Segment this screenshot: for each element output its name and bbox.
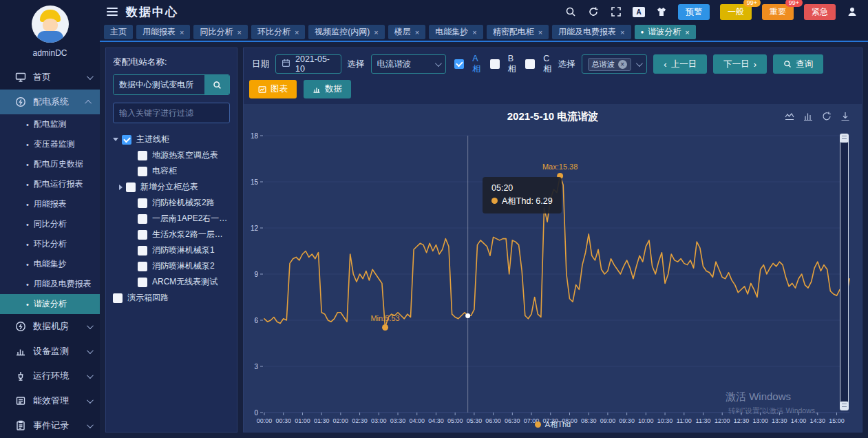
sidebar-item-meter-reading[interactable]: 电能集抄: [0, 254, 100, 274]
tree-checkbox[interactable]: [138, 151, 147, 160]
sidebar-item-energy-efficiency[interactable]: 能效管理: [0, 388, 100, 413]
clipboard-icon: [15, 420, 26, 431]
sidebar-item-mom-analysis[interactable]: 环比分析: [0, 234, 100, 254]
tab-harmonic-analysis[interactable]: ●谐波分析×: [635, 25, 696, 39]
tab-precision-cabinet[interactable]: 精密配电柜×: [487, 25, 549, 39]
tab-close-icon[interactable]: ×: [685, 28, 689, 36]
tab-close-icon[interactable]: ×: [180, 28, 184, 36]
sidebar-item-harmonic-analysis[interactable]: 谐波分析: [0, 294, 100, 314]
next-day-button[interactable]: 下一日›: [713, 54, 767, 74]
tab-close-icon[interactable]: ×: [237, 28, 241, 36]
tree-checkbox[interactable]: [138, 167, 147, 176]
tree-checkbox[interactable]: [138, 230, 147, 240]
tree-node-demo-box-circuit[interactable]: 演示箱回路: [113, 290, 230, 306]
sidebar-item-event-log[interactable]: 事件记录: [0, 413, 100, 438]
data-view-button[interactable]: 数据: [304, 80, 351, 98]
menu-collapse-icon[interactable]: [107, 8, 118, 16]
search-icon[interactable]: [564, 6, 577, 18]
tab-home[interactable]: 主页: [104, 25, 133, 39]
tab-video-monitoring[interactable]: 视频监控(内网)×: [308, 25, 384, 39]
search-icon: [213, 81, 222, 90]
alarm-critical-button[interactable]: 紧急: [804, 4, 836, 20]
tab-meter-reading[interactable]: 电能集抄×: [429, 25, 483, 39]
tree-node-ground-source-pump[interactable]: 地源热泵空调总表: [113, 147, 230, 163]
tree-node-fire-hydrant-pump-2[interactable]: 消防栓机械泵2路: [113, 195, 230, 211]
chevron-down-icon: [87, 372, 94, 379]
date-picker[interactable]: 2021-05-10: [275, 54, 341, 74]
chart-view-button[interactable]: 图表: [249, 80, 297, 98]
alarm-general-button[interactable]: 一般99+: [720, 4, 752, 20]
chart-legend[interactable]: A相Thd: [244, 419, 862, 430]
tree-filter-input[interactable]: [113, 103, 230, 123]
alarm-warning-button[interactable]: 预警: [678, 4, 710, 20]
sidebar-item-operating-environment[interactable]: 运行环境: [0, 364, 100, 388]
scrollbar-handle-top[interactable]: [840, 134, 849, 143]
refresh-icon[interactable]: [587, 6, 600, 18]
theme-shirt-icon[interactable]: [655, 6, 668, 18]
phase-a-checkbox[interactable]: A相: [454, 54, 481, 75]
tab-close-icon[interactable]: ×: [295, 28, 299, 36]
station-search-button[interactable]: [204, 75, 229, 94]
tab-close-icon[interactable]: ×: [472, 28, 476, 36]
scrollbar-handle-bottom[interactable]: [840, 402, 849, 410]
tree-node-spray-pump-1[interactable]: 消防喷淋机械泵1: [113, 242, 230, 258]
toolbox-download-icon[interactable]: [840, 111, 851, 122]
tree-expand-icon[interactable]: [113, 138, 118, 141]
user-icon[interactable]: [846, 6, 858, 18]
tag-remove-icon[interactable]: ×: [618, 60, 627, 69]
tree-checkbox[interactable]: [138, 214, 147, 224]
tab-floor[interactable]: 楼层×: [388, 25, 425, 39]
phase-c-checkbox[interactable]: C相: [525, 54, 552, 75]
sidebar-item-energy-fee-report[interactable]: 用能及电费报表: [0, 274, 100, 294]
sidebar-item-yoy-analysis[interactable]: 同比分析: [0, 214, 100, 234]
sidebar-item-device-monitoring[interactable]: 设备监测: [0, 339, 100, 364]
font-size-icon[interactable]: A: [633, 7, 645, 17]
sidebar-item-transformer-monitoring[interactable]: 变压器监测: [0, 134, 100, 154]
tree-node-water-pump-2[interactable]: 生活水泵2路一层弱电房: [113, 227, 230, 242]
tree-node-arcm-wireless-test[interactable]: ARCM无线表测试: [113, 274, 230, 290]
toolbox-line-chart-icon[interactable]: [784, 111, 795, 122]
tab-energy-fee-report[interactable]: 用能及电费报表×: [552, 25, 631, 39]
station-name-input[interactable]: 数据中心测试变电所: [114, 75, 204, 94]
tree-checkbox[interactable]: [122, 135, 131, 145]
vertical-scrollbar[interactable]: [840, 134, 849, 410]
tree-node-new-sub-cabinet[interactable]: 新增分立柜总表: [113, 179, 230, 195]
alarm-important-button[interactable]: 重要99+: [762, 4, 794, 20]
tree-node-1f-south-ape2[interactable]: 一层南1APE2右一层北1APE1左: [113, 211, 230, 227]
tree-expand-icon[interactable]: [119, 185, 123, 190]
tree-node-capacitor-cabinet[interactable]: 电容柜: [113, 163, 230, 179]
tab-close-icon[interactable]: ×: [620, 28, 624, 36]
tree-node-spray-pump-2[interactable]: 消防喷淋机械泵2: [113, 258, 230, 274]
user-avatar[interactable]: [32, 6, 69, 43]
sidebar-item-data-room[interactable]: 数据机房: [0, 314, 100, 339]
tree-checkbox[interactable]: [126, 182, 136, 192]
tree-node-main-incoming-cabinet[interactable]: 主进线柜: [113, 132, 230, 147]
tab-close-icon[interactable]: ×: [415, 28, 419, 36]
harmonic-order-multiselect[interactable]: 总谐波×: [582, 54, 648, 74]
phase-b-checkbox[interactable]: B相: [490, 54, 517, 75]
fullscreen-icon[interactable]: [610, 6, 622, 18]
toolbox-bar-chart-icon[interactable]: [803, 111, 814, 122]
sidebar-item-energy-report[interactable]: 用能报表: [0, 194, 100, 214]
harmonics-chart[interactable]: 036912151800:0000:3001:0001:3002:0002:30…: [244, 125, 863, 425]
tree-checkbox[interactable]: [138, 278, 147, 287]
sidebar-item-distribution-report[interactable]: 配电运行报表: [0, 174, 100, 194]
previous-day-button[interactable]: ‹上一日: [653, 54, 707, 74]
svg-text:12: 12: [251, 225, 259, 232]
sidebar-item-home[interactable]: 首页: [0, 65, 100, 90]
tab-close-icon[interactable]: ×: [374, 28, 378, 36]
tree-checkbox[interactable]: [138, 198, 147, 208]
toolbox-restore-icon[interactable]: [821, 111, 832, 122]
tab-yoy-analysis[interactable]: 同比分析×: [193, 25, 247, 39]
query-button[interactable]: 查询: [773, 54, 823, 74]
sidebar-item-power-distribution[interactable]: 配电系统: [0, 90, 100, 114]
sidebar-item-distribution-history[interactable]: 配电历史数据: [0, 154, 100, 174]
tab-energy-report[interactable]: 用能报表×: [136, 25, 190, 39]
tree-checkbox[interactable]: [113, 293, 123, 303]
tab-mom-analysis[interactable]: 环比分析×: [251, 25, 305, 39]
tree-checkbox[interactable]: [138, 262, 147, 271]
tab-close-icon[interactable]: ×: [538, 28, 542, 36]
harmonic-type-select[interactable]: 电流谐波: [371, 54, 447, 74]
sidebar-item-distribution-monitoring[interactable]: 配电监测: [0, 114, 100, 134]
tree-checkbox[interactable]: [138, 246, 147, 255]
